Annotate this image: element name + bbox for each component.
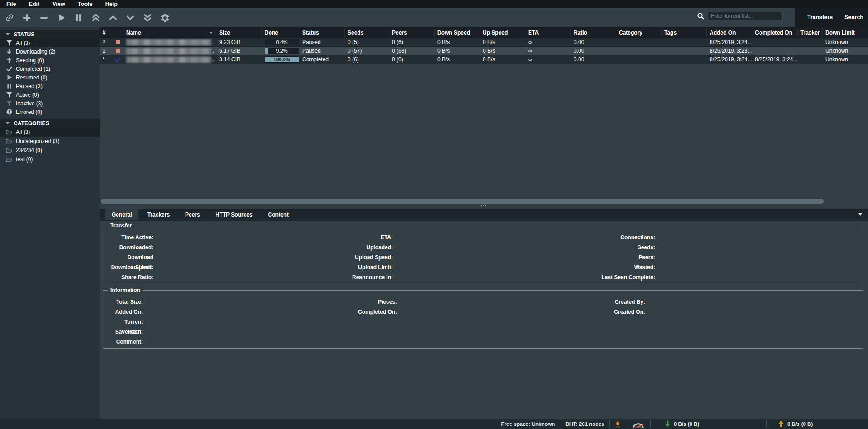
status-section-header[interactable]: STATUS [0,30,100,39]
cell-done: 0.4% [262,38,299,46]
sidebar-item-paused[interactable]: Paused (3) [0,82,100,90]
bottom-priority-button[interactable] [142,12,153,23]
cell-number: * [100,55,112,64]
detail-tab-bar: General Trackers Peers HTTP Sources Cont… [100,209,868,221]
top-priority-button[interactable] [90,12,101,23]
cell-up-speed: 0 B/s [480,47,525,55]
sidebar-item-seeding[interactable]: Seeding (0) [0,56,100,64]
field-label: Added On: [108,307,143,317]
menu-item-view[interactable]: View [46,0,71,8]
redacted-name [126,39,211,45]
field-label: Share Ratio: [108,272,153,282]
column-header-added-on[interactable]: Added On [707,27,752,38]
column-header-category[interactable]: Category [616,27,662,38]
column-header-ratio[interactable]: Ratio [571,27,616,38]
categories-section-header[interactable]: CATEGORIES [0,119,100,128]
column-header-size[interactable]: Size [216,27,262,38]
minus-icon [39,13,49,23]
tab-content[interactable]: Content [262,209,295,220]
field-label: Downloaded: [108,242,153,252]
tab-http-sources[interactable]: HTTP Sources [209,209,259,220]
speedometer-icon [631,420,645,428]
column-header-number[interactable]: # [100,27,112,38]
pause-button[interactable] [73,12,84,23]
torrent-row[interactable]: 2 . 9.23 GiB 0.4% Paused 0 (5) 0 (6) 0 B… [100,38,868,47]
torrent-row[interactable]: * . 3.14 GiB 100.0% Completed 0 (6) 0 (0… [100,55,868,64]
torrent-row[interactable]: 1 . 5.17 GiB 9.2% Paused 0 (57) 0 (63) 0… [100,47,868,55]
menu-item-tools[interactable]: Tools [71,0,98,8]
field-label: Reannounce In: [294,272,393,282]
sidebar-item-inactive[interactable]: Inactive (3) [0,99,100,108]
field-label: Uploaded: [294,242,393,252]
cell-peers: 0 (63) [389,47,435,55]
download-speed-indicator[interactable]: 0 B/s (0 B) [656,420,761,427]
tabs-overflow-caret-icon[interactable] [858,213,862,216]
tab-search[interactable]: Search [839,12,868,23]
column-header-seeds[interactable]: Seeds [345,27,389,38]
panel-splitter[interactable]: ··· [100,204,868,209]
decrease-priority-button[interactable] [125,12,136,23]
cell-tags [662,38,707,46]
filter-torrent-input[interactable] [708,12,783,20]
cell-added-on: 8/25/2019, 3:23... [707,47,752,55]
column-header-completed-on[interactable]: Completed On [752,27,798,38]
cell-seeds: 0 (5) [345,38,389,46]
cell-tags [662,55,707,64]
upload-speed-indicator[interactable]: 0 B/s (0 B) [772,420,868,427]
cell-size: 5.17 GiB [216,47,262,55]
menu-item-help[interactable]: Help [99,0,124,8]
add-torrent-link-button[interactable] [4,12,15,23]
category-item-234234[interactable]: 234234 (0) [0,146,100,155]
sidebar-item-resumed[interactable]: Resumed (0) [0,73,100,82]
increase-priority-button[interactable] [108,12,118,23]
sidebar-item-all[interactable]: All (3) [0,39,100,47]
category-item-all[interactable]: All (3) [0,128,100,137]
field-label: Pieces: [299,297,397,307]
arrow-down-icon [6,49,12,54]
information-section: Information Total Size: Added On: Torren… [103,290,863,349]
column-header-state[interactable] [112,27,123,38]
horizontal-scrollbar-thumb[interactable] [101,199,824,204]
cell-down-speed: 0 B/s [435,55,480,64]
resume-button[interactable] [56,12,67,23]
sidebar-item-completed[interactable]: Completed (1) [0,64,100,73]
pause-icon [74,13,83,23]
menu-item-file[interactable]: File [0,0,23,8]
delete-torrent-button[interactable] [39,12,49,23]
column-header-done[interactable]: Done [262,27,299,38]
redacted-name [126,57,211,63]
field-label: Peers: [557,252,655,262]
column-header-tags[interactable]: Tags [662,27,707,38]
column-header-peers[interactable]: Peers [389,27,435,38]
sidebar-item-downloading[interactable]: Downloading (2) [0,47,100,56]
cell-down-speed: 0 B/s [435,47,480,55]
sidebar-item-active[interactable]: Active (0) [0,90,100,99]
tab-general[interactable]: General [105,209,138,220]
table-header-row: # Name Size Done Status Seeds Peers Down… [100,27,868,38]
arrow-up-icon [6,57,12,63]
column-header-name[interactable]: Name [123,27,216,38]
tab-peers[interactable]: Peers [179,209,206,220]
column-header-status[interactable]: Status [299,27,345,38]
tab-trackers[interactable]: Trackers [141,209,176,220]
column-header-up-speed[interactable]: Up Speed [480,27,525,38]
options-button[interactable] [159,12,170,23]
transfer-legend: Transfer [108,222,134,229]
column-header-down-speed[interactable]: Down Speed [435,27,480,38]
transfer-section: Transfer Time Active: Downloaded: Downlo… [103,226,863,283]
alt-speed-limits-toggle[interactable] [631,420,645,428]
cell-eta: ∞ [525,47,571,55]
column-header-eta[interactable]: ETA [525,27,571,38]
sidebar-item-errored[interactable]: Errored (0) [0,108,100,116]
column-header-tracker[interactable]: Tracker [798,27,823,38]
add-torrent-button[interactable] [21,12,32,23]
cell-name: . [123,55,216,64]
play-icon [6,74,12,80]
menu-item-edit[interactable]: Edit [23,0,46,8]
category-item-test[interactable]: test (0) [0,155,100,164]
category-item-uncategorized[interactable]: Uncategorized (3) [0,137,100,146]
field-label: Upload Speed: [294,252,393,262]
field-label: Wasted: [557,262,655,272]
column-header-down-limit[interactable]: Down Limit [823,27,868,38]
tab-transfers[interactable]: Transfers [802,12,838,23]
